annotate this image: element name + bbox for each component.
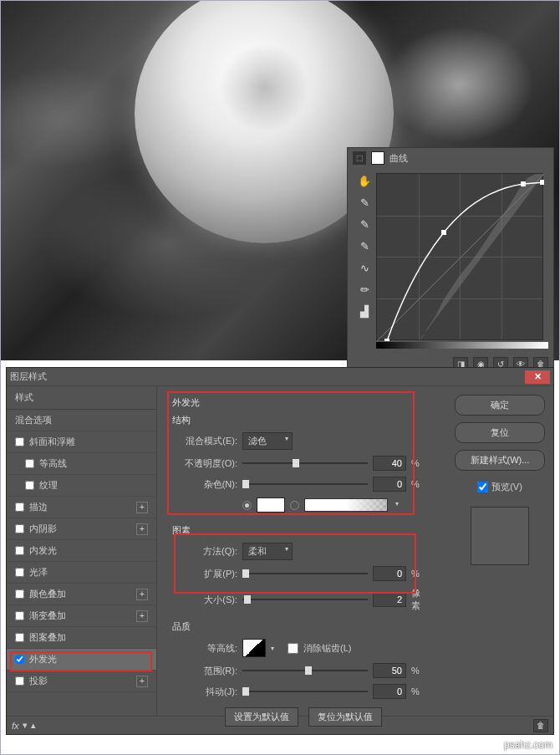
noise-label: 杂色(N):	[172, 478, 237, 491]
style-checkbox[interactable]	[15, 437, 24, 446]
layer-style-dialog: 图层样式 ✕ 样式 混合选项 斜面和浮雕 等高线 纹理	[6, 367, 554, 735]
eyedropper-white-icon[interactable]: ✎	[357, 238, 372, 253]
style-checkbox[interactable]	[15, 655, 24, 664]
cloud	[384, 26, 534, 143]
svg-rect-1	[384, 339, 389, 341]
ok-button[interactable]: 确定	[455, 395, 545, 416]
style-checkbox[interactable]	[15, 633, 24, 642]
layer-mask-icon[interactable]	[371, 151, 384, 165]
section-title: 外发光	[172, 396, 435, 409]
style-item-gradient-overlay[interactable]: 渐变叠加 +	[7, 605, 156, 627]
range-input[interactable]: 50	[373, 663, 406, 678]
style-item-inner-shadow[interactable]: 内阴影 +	[7, 518, 156, 540]
style-checkbox[interactable]	[15, 676, 24, 686]
reset-default-button[interactable]: 复位为默认值	[308, 707, 382, 727]
make-default-button[interactable]: 设置为默认值	[225, 707, 298, 727]
cancel-button[interactable]: 复位	[455, 422, 545, 443]
highlight-annotation	[167, 391, 415, 515]
jitter-input[interactable]: 0	[373, 684, 406, 699]
style-item-bevel[interactable]: 斜面和浮雕	[7, 431, 156, 453]
svg-rect-4	[540, 180, 544, 185]
hand-tool-icon[interactable]: ✋	[357, 173, 372, 188]
gradient-radio[interactable]	[290, 501, 299, 510]
contour-picker[interactable]	[242, 639, 266, 657]
style-checkbox[interactable]	[15, 524, 24, 533]
spread-input[interactable]: 0	[373, 566, 406, 581]
opacity-slider[interactable]	[242, 457, 368, 469]
noise-slider[interactable]	[242, 478, 368, 490]
new-style-button[interactable]: 新建样式(W)...	[455, 450, 545, 471]
blending-options[interactable]: 混合选项	[7, 410, 156, 431]
eyedropper-gray-icon[interactable]: ✎	[357, 217, 372, 232]
jitter-label: 抖动(J):	[172, 686, 237, 698]
add-effect-icon[interactable]: +	[136, 589, 148, 600]
style-item-satin[interactable]: 光泽	[7, 562, 156, 584]
style-checkbox[interactable]	[15, 546, 24, 555]
curves-header: ⬚ 曲线	[348, 148, 553, 168]
technique-label: 方法(Q):	[172, 545, 237, 558]
curves-tools: ✋ ✎ ✎ ✎ ∿ ✏ ▟	[353, 173, 376, 349]
curves-title: 曲线	[389, 152, 408, 165]
dialog-buttons: 确定 复位 新建样式(W)... 预览(V)	[446, 386, 553, 716]
chevron-up-icon[interactable]: ▴	[31, 720, 36, 731]
style-checkbox[interactable]	[15, 568, 24, 577]
preview-thumbnail	[471, 507, 529, 565]
adjustment-icon[interactable]: ⬚	[353, 151, 366, 165]
chevron-down-icon[interactable]: ▾	[23, 720, 28, 731]
opacity-input[interactable]: 40	[373, 456, 406, 471]
size-slider[interactable]	[242, 594, 368, 605]
style-item-drop-shadow[interactable]: 投影 +	[7, 671, 156, 692]
style-settings: 外发光 结构 混合模式(E): 滤色 不透明度(O): 40 % 杂色(N): …	[157, 386, 446, 716]
style-item-contour[interactable]: 等高线	[7, 453, 156, 475]
trash-icon[interactable]: 🗑	[533, 719, 548, 732]
dialog-titlebar[interactable]: 图层样式 ✕	[7, 368, 553, 386]
add-effect-icon[interactable]: +	[136, 523, 148, 535]
add-effect-icon[interactable]: +	[136, 676, 148, 687]
style-header: 样式	[7, 386, 156, 410]
range-slider[interactable]	[242, 665, 368, 676]
style-checkbox[interactable]	[15, 589, 24, 599]
style-item-pattern-overlay[interactable]: 图案叠加	[7, 627, 156, 649]
svg-rect-2	[441, 230, 446, 235]
elements-title: 图素	[172, 524, 435, 537]
technique-select[interactable]: 柔和	[242, 543, 293, 560]
gradient-picker[interactable]	[304, 498, 388, 512]
jitter-slider[interactable]	[242, 686, 368, 697]
curves-panel: ⬚ 曲线 ✋ ✎ ✎ ✎ ∿ ✏ ▟	[347, 147, 554, 375]
fx-icon[interactable]: fx	[12, 721, 19, 731]
gradient-strip	[376, 342, 548, 349]
style-item-outer-glow[interactable]: 外发光	[7, 649, 156, 671]
eyedropper-black-icon[interactable]: ✎	[357, 195, 372, 210]
dialog-title: 图层样式	[10, 370, 47, 383]
curves-graph[interactable]	[376, 173, 543, 340]
add-effect-icon[interactable]: +	[136, 502, 148, 513]
blend-mode-select[interactable]: 滤色	[242, 432, 293, 450]
range-label: 范围(R):	[172, 665, 237, 677]
style-item-inner-glow[interactable]: 内发光	[7, 540, 156, 562]
style-checkbox[interactable]	[15, 502, 24, 512]
style-item-color-overlay[interactable]: 颜色叠加 +	[7, 584, 156, 605]
blend-mode-label: 混合模式(E):	[172, 435, 237, 447]
size-unit: 像素	[411, 587, 428, 612]
style-list-panel: 样式 混合选项 斜面和浮雕 等高线 纹理	[7, 386, 157, 716]
style-checkbox[interactable]	[25, 459, 34, 468]
preview-checkbox[interactable]	[477, 482, 488, 492]
size-label: 大小(S):	[172, 594, 237, 606]
style-item-stroke[interactable]: 描边 +	[7, 497, 156, 518]
histogram-icon[interactable]: ▟	[357, 304, 372, 319]
svg-rect-3	[521, 181, 526, 186]
style-item-texture[interactable]: 纹理	[7, 475, 156, 497]
antialiased-checkbox[interactable]	[288, 643, 298, 654]
color-radio[interactable]	[242, 501, 252, 510]
noise-input[interactable]: 0	[373, 477, 406, 492]
add-effect-icon[interactable]: +	[136, 610, 148, 622]
style-checkbox[interactable]	[25, 481, 34, 490]
structure-title: 结构	[172, 414, 435, 426]
color-swatch[interactable]	[257, 497, 285, 513]
curve-smooth-icon[interactable]: ∿	[357, 260, 372, 275]
curve-pencil-icon[interactable]: ✏	[357, 282, 372, 297]
spread-slider[interactable]	[242, 568, 368, 579]
close-button[interactable]: ✕	[525, 370, 550, 384]
size-input[interactable]: 2	[373, 592, 406, 607]
style-checkbox[interactable]	[15, 611, 24, 620]
